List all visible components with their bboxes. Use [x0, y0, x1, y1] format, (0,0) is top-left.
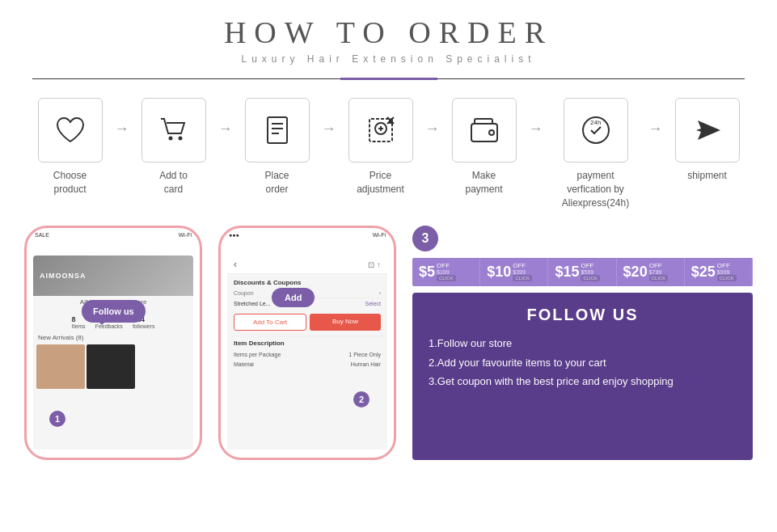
coupon-dollar: $5 [419, 264, 435, 281]
arrow-4: → [425, 120, 440, 137]
coupon-details: OFF $799 CLICK [649, 263, 669, 281]
phone2-buy-now[interactable]: Buy Now [310, 314, 381, 331]
phone2-screen: ‹ ⊡ ↑ Discounts & Coupons Coupon › Stret… [227, 255, 387, 450]
coupon-bar: $5 OFF $199 CLICK $10 OFF $399 CLICK $15… [412, 258, 753, 286]
bottom-section: SALE Wi-Fi AIMOONSA AIMOONSA Club Store … [0, 217, 777, 460]
step-label-price-adjustment: Priceadjustment [357, 169, 404, 196]
svg-text:24h: 24h [590, 119, 601, 126]
svg-point-11 [489, 130, 494, 135]
arrow-6: → [648, 120, 663, 137]
step-make-payment: Makepayment [440, 98, 529, 196]
right-panel: 3 $5 OFF $199 CLICK $10 OFF $399 CLICK $… [412, 226, 753, 460]
coupon-details: OFF $599 CLICK [581, 263, 600, 281]
header: HOW TO ORDER Luxury Hair Extension Speci… [0, 0, 777, 80]
step-label-add-to-card: Add tocard [159, 169, 188, 196]
phone1-logo: AIMOONSA [40, 272, 87, 280]
follow-item: 2.Add your favourite items to your cart [429, 353, 737, 372]
coupon-dollar: $15 [555, 264, 579, 281]
phone2-items-per-package: Items per Package 1 Piece Only [227, 350, 387, 360]
step-icon-price-tag [348, 98, 413, 163]
step-icon-plane [675, 98, 740, 163]
step-label-choose-product: Chooseproduct [53, 169, 87, 196]
step-icon-heart [38, 98, 103, 163]
coupon-item: $20 OFF $799 CLICK [617, 258, 685, 286]
step3-badge: 3 [412, 226, 438, 251]
step-icon-wallet [452, 98, 517, 163]
coupon-details: OFF $999 CLICK [717, 263, 737, 281]
coupon-details: OFF $399 CLICK [513, 263, 532, 281]
phone2-discounts: Discounts & Coupons [227, 274, 387, 289]
arrow-2: → [218, 120, 233, 137]
line-accent [340, 78, 437, 80]
phone1-product-1 [36, 344, 85, 389]
line-left [32, 78, 340, 79]
phone1-product-2 [87, 344, 135, 389]
follow-title: FOLLOW US [429, 306, 737, 324]
step-add-to-card: Add tocard [129, 98, 218, 196]
phone2-back: ‹ [234, 259, 237, 270]
step-shipment: shipment [663, 98, 752, 183]
arrow-5: → [529, 120, 543, 137]
coupon-dollar: $20 [623, 264, 648, 281]
svg-point-1 [178, 137, 182, 141]
coupon-item: $15 OFF $599 CLICK [548, 258, 616, 286]
svg-rect-2 [268, 117, 287, 143]
step-icon-cart [141, 98, 206, 163]
svg-point-0 [168, 137, 172, 141]
step-place-order: Placeorder [233, 98, 322, 196]
page-subtitle: Luxury Hair Extension Specialist [0, 53, 777, 65]
step-label-place-order: Placeorder [264, 169, 289, 196]
step-icon-list [245, 98, 310, 163]
phone-mockup-1: SALE Wi-Fi AIMOONSA AIMOONSA Club Store … [24, 226, 202, 460]
phone2-action-buttons: Add To Cart Buy Now [227, 309, 387, 336]
page-title: HOW TO ORDER [0, 15, 777, 50]
phone2-add-bubble: Add [272, 288, 315, 307]
coupon-details: OFF $199 CLICK [437, 263, 456, 281]
phone1-banner: AIMOONSA [33, 255, 193, 296]
phone2-badge: 2 [353, 391, 369, 407]
phone1-status-bar: SALE Wi-Fi [27, 228, 200, 241]
step-choose-product: Chooseproduct [26, 98, 115, 196]
arrow-3: → [322, 120, 336, 137]
phone1-screen: AIMOONSA AIMOONSA Club Store No Feedback… [33, 255, 193, 450]
phone2-add-to-cart[interactable]: Add To Cart [234, 314, 306, 331]
coupon-item: $10 OFF $399 CLICK [480, 258, 548, 286]
follow-item: 1.Follow our store [429, 334, 737, 353]
phone-mockup-2: ●●● Wi-Fi ‹ ⊡ ↑ Discounts & Coupons Coup… [218, 226, 396, 460]
phone2-status-bar: ●●● Wi-Fi [221, 228, 394, 241]
phone2-icons: ⊡ ↑ [368, 260, 381, 269]
step-icon-clock-check: 24h [564, 98, 628, 163]
phone2-item-description: Item Description [227, 336, 387, 350]
coupon-dollar: $25 [691, 264, 716, 281]
steps-row: Chooseproduct → Add tocard → Placeorder … [0, 80, 777, 217]
line-right [437, 78, 745, 79]
phone2-header: ‹ ⊡ ↑ [227, 255, 387, 274]
coupon-item: $5 OFF $199 CLICK [412, 258, 480, 286]
phone1-follow-bubble: Follow us [82, 300, 146, 323]
step-label-payment-verification: paymentverfication byAliexpress(24h) [562, 169, 629, 209]
phone2-material: Material Human Hair [227, 360, 387, 369]
coupon-item: $25 OFF $999 CLICK [685, 258, 753, 286]
step-price-adjustment: Priceadjustment [336, 98, 425, 196]
phone1-new-arrivals: New Arrivals (8) [33, 332, 193, 343]
coupon-dollar: $10 [487, 264, 511, 281]
follow-panel: FOLLOW US 1.Follow our store2.Add your f… [412, 293, 753, 460]
step-label-shipment: shipment [687, 169, 727, 183]
step-payment-verification: 24h paymentverfication byAliexpress(24h) [543, 98, 648, 209]
phone1-badge: 1 [49, 411, 65, 427]
step-label-make-payment: Makepayment [465, 169, 502, 196]
phone1-products [33, 343, 193, 391]
arrow-1: → [115, 120, 129, 137]
follow-text: 1.Follow our store2.Add your favourite i… [429, 334, 737, 391]
follow-item: 3.Get coupon with the best price and enj… [429, 372, 737, 391]
